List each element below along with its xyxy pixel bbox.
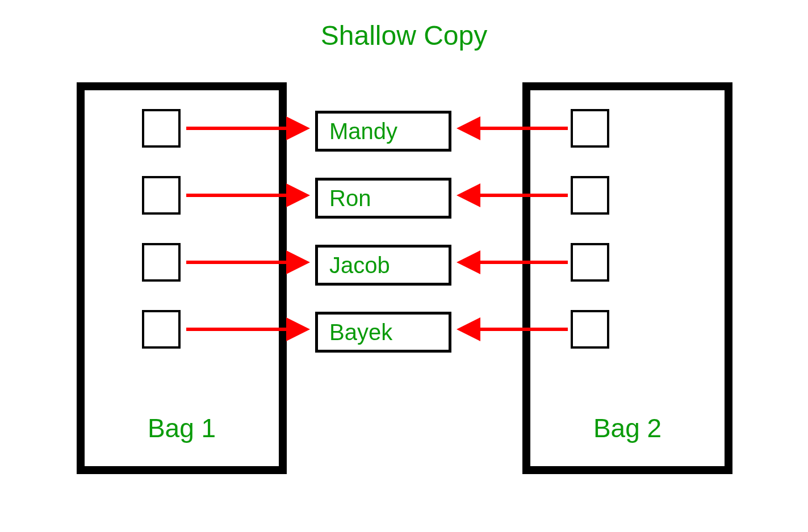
bag-2-slot <box>571 176 609 215</box>
bag-2-slot <box>571 310 609 349</box>
shared-item-label: Mandy <box>329 119 397 144</box>
shared-item-label: Bayek <box>329 320 392 345</box>
bag-1-slot <box>142 243 181 282</box>
bag-1: Bag 1 <box>77 82 287 474</box>
shared-item: Bayek <box>315 312 451 353</box>
diagram-title: Shallow Copy <box>0 20 808 51</box>
bag-1-slot <box>142 310 181 349</box>
bag-1-slot <box>142 176 181 215</box>
shared-item: Mandy <box>315 111 451 152</box>
shared-item-label: Ron <box>329 186 371 211</box>
bag-2-label: Bag 2 <box>530 413 725 443</box>
bag-1-label: Bag 1 <box>85 413 279 443</box>
shared-item-label: Jacob <box>329 253 390 278</box>
bag-2: Bag 2 <box>522 82 732 474</box>
bag-2-slot <box>571 243 609 282</box>
bag-2-slot <box>571 109 609 148</box>
shared-item: Jacob <box>315 245 451 286</box>
shared-item: Ron <box>315 178 451 219</box>
bag-1-slot <box>142 109 181 148</box>
diagram-canvas: Shallow Copy Bag 1 Bag 2 Mandy Ron Jacob… <box>0 0 808 532</box>
